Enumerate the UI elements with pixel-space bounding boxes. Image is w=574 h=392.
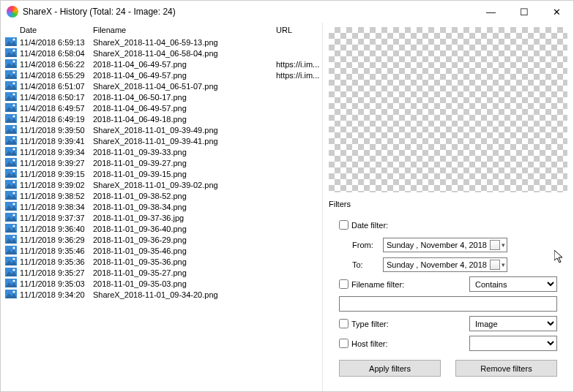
cell-date: 11/1/2018 9:35:46 bbox=[20, 246, 93, 257]
table-row[interactable]: 11/1/2018 9:35:462018-11-01_09-35-46.png bbox=[1, 246, 322, 257]
image-icon bbox=[5, 136, 20, 148]
date-filter-label: Date filter: bbox=[351, 221, 388, 230]
cell-filename: 2018-11-01_09-35-46.png bbox=[93, 246, 276, 257]
svg-point-20 bbox=[12, 104, 15, 106]
cell-date: 11/1/2018 9:39:15 bbox=[20, 169, 93, 180]
column-date[interactable]: Date bbox=[20, 26, 93, 34]
image-icon bbox=[5, 125, 20, 137]
cell-filename: 2018-11-04_06-49-57.png bbox=[93, 70, 276, 81]
table-row[interactable]: 11/1/2018 9:39:02ShareX_2018-11-01_09-39… bbox=[1, 180, 322, 191]
table-row[interactable]: 11/4/2018 6:50:172018-11-04_06-50-17.png bbox=[1, 92, 322, 103]
cell-filename: 2018-11-01_09-39-33.png bbox=[93, 147, 276, 158]
apply-filters-button[interactable]: Apply filters bbox=[339, 360, 441, 377]
table-row[interactable]: 11/4/2018 6:49:572018-11-04_06-49-57.png bbox=[1, 103, 322, 114]
type-filter-select[interactable]: Image bbox=[469, 316, 557, 331]
table-row[interactable]: 11/1/2018 9:35:032018-11-01_09-35-03.png bbox=[1, 279, 322, 290]
table-row[interactable]: 11/1/2018 9:36:402018-11-01_09-36-40.png bbox=[1, 224, 322, 235]
table-row[interactable]: 11/4/2018 6:56:222018-11-04_06-49-57.png… bbox=[1, 59, 322, 70]
calendar-icon bbox=[490, 240, 500, 250]
image-icon bbox=[5, 268, 20, 279]
svg-point-62 bbox=[12, 257, 15, 260]
titlebar[interactable]: ShareX - History (Total: 24 - Image: 24)… bbox=[1, 1, 573, 23]
table-row[interactable]: 11/1/2018 9:35:362018-11-01_09-35-36.png bbox=[1, 257, 322, 268]
image-icon bbox=[5, 103, 20, 115]
image-icon bbox=[5, 81, 20, 93]
table-row[interactable]: 11/1/2018 9:38:522018-11-01_09-38-52.png bbox=[1, 191, 322, 202]
svg-point-8 bbox=[12, 60, 15, 62]
cell-date: 11/1/2018 9:36:29 bbox=[20, 235, 93, 246]
cell-filename: ShareX_2018-11-04_06-51-07.png bbox=[93, 81, 276, 92]
window-title: ShareX - History (Total: 24 - Image: 24) bbox=[23, 7, 474, 17]
cell-date: 11/4/2018 6:59:13 bbox=[20, 37, 93, 48]
date-filter-checkbox[interactable] bbox=[339, 220, 348, 230]
image-icon bbox=[5, 290, 20, 301]
image-icon bbox=[5, 92, 20, 104]
content-area: Date Filename URL 11/4/2018 6:59:13Share… bbox=[1, 23, 573, 391]
type-filter-checkbox[interactable] bbox=[339, 319, 348, 328]
image-icon bbox=[5, 158, 20, 170]
table-row[interactable]: 11/4/2018 6:49:192018-11-04_06-49-18.png bbox=[1, 114, 322, 125]
maximize-button[interactable]: ☐ bbox=[507, 1, 540, 23]
svg-point-26 bbox=[12, 126, 15, 128]
filename-filter-input[interactable] bbox=[339, 296, 557, 312]
table-row[interactable]: 11/1/2018 9:39:272018-11-01_09-39-27.png bbox=[1, 158, 322, 169]
chevron-down-icon: ▾ bbox=[502, 241, 505, 249]
table-row[interactable]: 11/4/2018 6:58:04ShareX_2018-11-04_06-58… bbox=[1, 48, 322, 59]
svg-point-2 bbox=[12, 38, 15, 40]
table-row[interactable]: 11/4/2018 6:55:292018-11-04_06-49-57.png… bbox=[1, 70, 322, 81]
cell-filename: 2018-11-04_06-49-18.png bbox=[93, 114, 276, 125]
cell-filename: 2018-11-04_06-49-57.png bbox=[93, 59, 276, 70]
svg-point-71 bbox=[12, 290, 15, 293]
host-filter-select[interactable] bbox=[469, 336, 557, 351]
window: ShareX - History (Total: 24 - Image: 24)… bbox=[0, 0, 574, 392]
list-header: Date Filename URL bbox=[1, 23, 322, 37]
svg-point-32 bbox=[12, 148, 15, 150]
cell-date: 11/1/2018 9:34:20 bbox=[20, 290, 93, 301]
image-icon bbox=[5, 37, 20, 49]
table-row[interactable]: 11/1/2018 9:34:20ShareX_2018-11-01_09-34… bbox=[1, 290, 322, 301]
history-list[interactable]: 11/4/2018 6:59:13ShareX_2018-11-04_06-59… bbox=[1, 37, 322, 391]
remove-filters-button[interactable]: Remove filters bbox=[455, 360, 557, 377]
cell-date: 11/4/2018 6:51:07 bbox=[20, 81, 93, 92]
date-to-picker[interactable]: Sunday , November 4, 2018 ▾ bbox=[383, 257, 507, 272]
table-row[interactable]: 11/1/2018 9:39:342018-11-01_09-39-33.png bbox=[1, 147, 322, 158]
table-row[interactable]: 11/1/2018 9:36:292018-11-01_09-36-29.png bbox=[1, 235, 322, 246]
image-icon bbox=[5, 59, 20, 71]
filters-panel: Date filter: From: Sunday , November 4, … bbox=[329, 213, 567, 384]
host-filter-checkbox[interactable] bbox=[339, 339, 348, 348]
close-button[interactable]: ✕ bbox=[540, 1, 573, 23]
filename-filter-checkbox[interactable] bbox=[339, 279, 348, 289]
table-row[interactable]: 11/1/2018 9:39:152018-11-01_09-39-15.png bbox=[1, 169, 322, 180]
right-panel: Filters Date filter: From: Sunday , Nove… bbox=[323, 23, 573, 391]
table-row[interactable]: 11/1/2018 9:39:50ShareX_2018-11-01_09-39… bbox=[1, 125, 322, 136]
table-row[interactable]: 11/4/2018 6:51:07ShareX_2018-11-04_06-51… bbox=[1, 81, 322, 92]
filename-filter-mode[interactable]: Contains bbox=[469, 276, 557, 292]
table-row[interactable]: 11/1/2018 9:35:272018-11-01_09-35-27.png bbox=[1, 268, 322, 279]
table-row[interactable]: 11/1/2018 9:39:41ShareX_2018-11-01_09-39… bbox=[1, 136, 322, 147]
cell-filename: ShareX_2018-11-01_09-39-02.png bbox=[93, 180, 276, 191]
image-icon bbox=[5, 114, 20, 126]
table-row[interactable]: 11/1/2018 9:37:372018-11-01_09-37-36.jpg bbox=[1, 213, 322, 224]
filename-filter-label: Filename filter: bbox=[351, 280, 404, 289]
cell-filename: 2018-11-01_09-39-27.png bbox=[93, 158, 276, 169]
filters-heading: Filters bbox=[329, 200, 567, 208]
cell-filename: 2018-11-01_09-35-03.png bbox=[93, 279, 276, 290]
cell-date: 11/1/2018 9:39:27 bbox=[20, 158, 93, 169]
svg-point-23 bbox=[12, 115, 15, 117]
table-row[interactable]: 11/4/2018 6:59:13ShareX_2018-11-04_06-59… bbox=[1, 37, 322, 48]
svg-point-68 bbox=[12, 279, 15, 282]
image-icon bbox=[5, 70, 20, 82]
cell-date: 11/1/2018 9:39:34 bbox=[20, 147, 93, 158]
cell-filename: ShareX_2018-11-04_06-59-13.png bbox=[93, 37, 276, 48]
column-url[interactable]: URL bbox=[276, 26, 322, 34]
svg-point-35 bbox=[12, 159, 15, 161]
minimize-button[interactable]: — bbox=[474, 1, 507, 23]
svg-point-56 bbox=[12, 235, 15, 238]
date-from-picker[interactable]: Sunday , November 4, 2018 ▾ bbox=[383, 238, 507, 252]
column-filename[interactable]: Filename bbox=[93, 26, 276, 34]
image-icon bbox=[5, 257, 20, 268]
table-row[interactable]: 11/1/2018 9:38:342018-11-01_09-38-34.png bbox=[1, 202, 322, 213]
cell-filename: 2018-11-01_09-35-36.png bbox=[93, 257, 276, 268]
cell-filename: 2018-11-04_06-50-17.png bbox=[93, 92, 276, 103]
cell-filename: 2018-11-01_09-37-36.jpg bbox=[93, 213, 276, 224]
